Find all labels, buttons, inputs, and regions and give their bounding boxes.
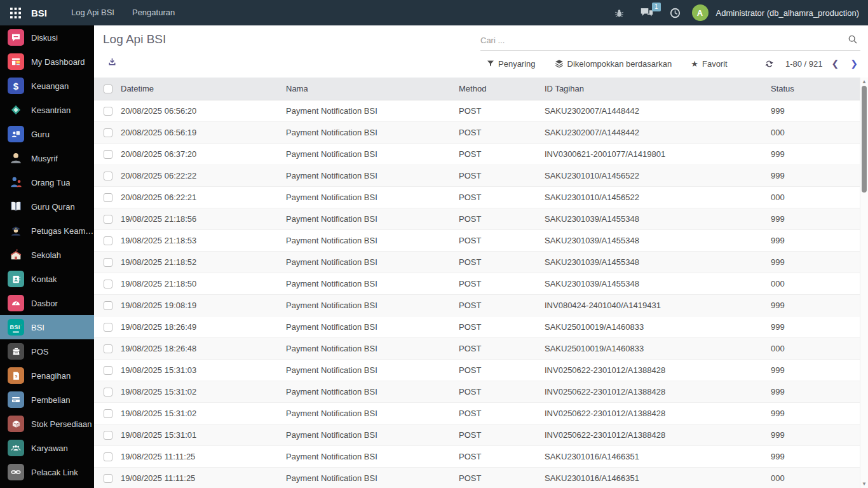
cell-status: 999: [771, 149, 868, 159]
sidebar-item-guru[interactable]: Guru: [0, 122, 94, 146]
link-icon: [8, 464, 24, 480]
topbar-right-tools: 1 A Administrator (db_alhamra_production…: [609, 4, 868, 21]
sidebar-item-pos[interactable]: POS: [0, 339, 94, 363]
row-checkbox[interactable]: [104, 258, 112, 267]
sidebar-item-pelacak-link[interactable]: Pelacak Link: [0, 460, 94, 484]
sidebar-item-penagihan[interactable]: $Penagihan: [0, 363, 94, 388]
table-row[interactable]: 19/08/2025 11:11:25Payment Notification …: [94, 446, 868, 468]
table-row[interactable]: 19/08/2025 21:18:52Payment Notification …: [94, 252, 868, 273]
row-checkbox[interactable]: [104, 409, 112, 418]
sidebar-item-orang-tua[interactable]: Orang Tua: [0, 170, 94, 194]
column-header-method[interactable]: Method: [459, 84, 545, 93]
filters-button[interactable]: Penyaring: [487, 59, 536, 69]
pager-previous-icon[interactable]: ❮: [829, 58, 842, 69]
select-all-checkbox[interactable]: [104, 85, 112, 93]
scrollbar-thumb[interactable]: [862, 86, 867, 193]
layers-icon: [555, 59, 564, 68]
table-row[interactable]: 19/08/2025 15:31:02Payment Notification …: [94, 403, 868, 424]
sidebar-item-my-dashboard[interactable]: My Dashboard: [0, 50, 94, 74]
column-header-datetime[interactable]: Datetime: [121, 84, 286, 93]
row-checkbox[interactable]: [104, 431, 112, 440]
table-row[interactable]: 19/08/2025 15:31:02Payment Notification …: [94, 381, 868, 403]
column-header-status[interactable]: Status: [771, 84, 868, 93]
table-row[interactable]: 19/08/2025 18:26:48Payment Notification …: [94, 338, 868, 360]
user-avatar[interactable]: A: [692, 4, 709, 21]
scroll-down-icon[interactable]: ▼: [860, 481, 868, 487]
row-checkbox[interactable]: [104, 172, 112, 180]
row-checkbox[interactable]: [104, 107, 112, 116]
apps-grid-icon[interactable]: [10, 8, 21, 18]
row-checkbox[interactable]: [104, 193, 112, 202]
table-row[interactable]: 20/08/2025 06:22:21Payment Notification …: [94, 187, 868, 208]
menu-pengaturan[interactable]: Pengaturan: [123, 0, 184, 25]
group-by-button[interactable]: Dikelompokkan berdasarkan: [555, 59, 672, 69]
sidebar-item-sekolah[interactable]: Sekolah: [0, 243, 94, 267]
table-row[interactable]: 19/08/2025 21:18:50Payment Notification …: [94, 273, 868, 295]
sidebar-item-label: POS: [31, 347, 48, 356]
table-row[interactable]: 19/08/2025 21:18:53Payment Notification …: [94, 230, 868, 252]
cell-datetime: 19/08/2025 15:31:02: [121, 409, 286, 418]
table-row[interactable]: 19/08/2025 15:31:03Payment Notification …: [94, 360, 868, 381]
row-checkbox[interactable]: [104, 280, 112, 288]
sidebar-item-label: Orang Tua: [31, 178, 70, 187]
row-checkbox[interactable]: [104, 344, 112, 353]
debug-bug-icon[interactable]: [609, 6, 629, 20]
sidebar-item-pembelian[interactable]: Pembelian: [0, 388, 94, 412]
cell-status: 000: [771, 279, 868, 288]
table-row[interactable]: 19/08/2025 18:26:49Payment Notification …: [94, 316, 868, 338]
ornament-icon: [8, 102, 24, 118]
table-row[interactable]: 19/08/2025 11:11:25Payment Notification …: [94, 468, 868, 488]
activity-clock-icon[interactable]: [665, 5, 686, 21]
table-row[interactable]: 20/08/2025 06:56:19Payment Notification …: [94, 122, 868, 144]
cell-nama: Payment Notification BSI: [286, 430, 459, 440]
pager-next-icon[interactable]: ❯: [848, 58, 860, 69]
export-download-icon[interactable]: [107, 57, 117, 69]
cell-nama: Payment Notification BSI: [286, 193, 459, 202]
vertical-scrollbar[interactable]: ▲ ▼: [860, 78, 868, 488]
row-checkbox[interactable]: [104, 236, 112, 245]
scroll-up-icon[interactable]: ▲: [860, 79, 868, 85]
column-header-nama[interactable]: Nama: [286, 84, 459, 93]
sidebar-item-diskusi[interactable]: Diskusi: [0, 25, 94, 50]
teacher-icon: [8, 126, 24, 142]
row-checkbox[interactable]: [104, 301, 112, 310]
column-header-id-tagihan[interactable]: ID Tagihan: [545, 84, 771, 93]
sidebar-item-petugas-keam[interactable]: Petugas Keam…: [0, 219, 94, 243]
sidebar-item-bsi[interactable]: BSI·BSI: [0, 315, 94, 339]
sidebar-item-dasbor[interactable]: Dasbor: [0, 291, 94, 315]
search-icon[interactable]: [845, 33, 860, 48]
table-row[interactable]: 19/08/2025 19:08:19Payment Notification …: [94, 295, 868, 316]
messages-icon[interactable]: 1: [635, 5, 658, 20]
row-checkbox[interactable]: [104, 323, 112, 332]
sidebar-item-musyrif[interactable]: Musyrif: [0, 146, 94, 170]
sidebar-item-label: Kesantrian: [31, 105, 71, 115]
current-app-name[interactable]: BSI: [31, 8, 47, 18]
sidebar-item-guru-quran[interactable]: Guru Quran: [0, 194, 94, 219]
row-checkbox[interactable]: [104, 452, 112, 461]
row-checkbox[interactable]: [104, 474, 112, 483]
row-checkbox[interactable]: [104, 388, 112, 396]
parents-icon: [8, 174, 24, 191]
search-input[interactable]: [480, 36, 845, 45]
row-checkbox[interactable]: [104, 150, 112, 159]
refresh-icon[interactable]: [764, 59, 774, 69]
table-row[interactable]: 20/08/2025 06:56:20Payment Notification …: [94, 100, 868, 122]
favorites-button[interactable]: ★ Favorit: [691, 59, 727, 69]
cell-nama: Payment Notification BSI: [286, 452, 459, 461]
sidebar-item-kontak[interactable]: Kontak: [0, 267, 94, 291]
table-row[interactable]: 20/08/2025 06:22:22Payment Notification …: [94, 165, 868, 187]
cell-id-tagihan: SAKU2301039/A1455348: [545, 214, 771, 224]
sidebar-item-stok-persediaan[interactable]: Stok Persediaan: [0, 412, 94, 436]
sidebar-item-keuangan[interactable]: $Keuangan: [0, 74, 94, 98]
user-menu[interactable]: Administrator (db_alhamra_production): [716, 8, 859, 18]
table-row[interactable]: 19/08/2025 15:31:01Payment Notification …: [94, 424, 868, 446]
cell-nama: Payment Notification BSI: [286, 301, 459, 310]
menu-log-api-bsi[interactable]: Log Api BSI: [62, 0, 123, 25]
table-row[interactable]: 19/08/2025 21:18:56Payment Notification …: [94, 208, 868, 230]
sidebar-item-kesantrian[interactable]: Kesantrian: [0, 98, 94, 122]
table-row[interactable]: 20/08/2025 06:37:20Payment Notification …: [94, 144, 868, 165]
sidebar-item-karyawan[interactable]: Karyawan: [0, 436, 94, 460]
row-checkbox[interactable]: [104, 128, 112, 137]
row-checkbox[interactable]: [104, 215, 112, 224]
row-checkbox[interactable]: [104, 366, 112, 375]
